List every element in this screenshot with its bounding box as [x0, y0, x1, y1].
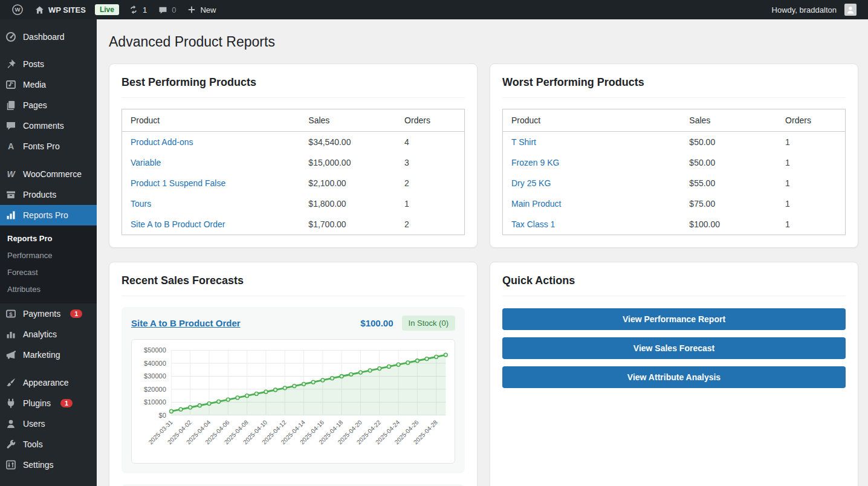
- product-cell: Tax Class 1: [503, 214, 681, 235]
- forecast-price: $100.00: [360, 318, 393, 328]
- sidebar-item-woocommerce[interactable]: W WooCommerce: [0, 164, 97, 184]
- sidebar-item-marketing[interactable]: Marketing: [0, 345, 97, 365]
- sidebar-item-users[interactable]: Users: [0, 413, 97, 434]
- products-box-icon: [5, 189, 17, 201]
- new-content-button[interactable]: New: [181, 0, 221, 19]
- sidebar-label: Comments: [23, 121, 64, 131]
- product-link[interactable]: Main Product: [511, 199, 561, 209]
- sidebar-label: Products: [23, 190, 56, 199]
- sidebar-item-analytics[interactable]: Analytics: [0, 324, 97, 345]
- product-link[interactable]: Frozen 9 KG: [511, 158, 559, 167]
- product-link[interactable]: T Shirt: [511, 137, 536, 147]
- comments-button[interactable]: 0: [152, 0, 181, 19]
- sidebar-item-reports-pro[interactable]: Reports Pro: [0, 205, 97, 225]
- sidebar-item-pages[interactable]: Pages: [0, 95, 97, 115]
- site-name-button[interactable]: WP SITES: [29, 0, 91, 19]
- view-sales-forecast-button[interactable]: View Sales Forecast: [502, 337, 846, 359]
- product-cell: T Shirt: [503, 132, 681, 153]
- sales-cell: $55.00: [681, 173, 777, 193]
- product-cell: Frozen 9 KG: [503, 152, 681, 173]
- sidebar-item-plugins[interactable]: Plugins 1: [0, 393, 97, 413]
- svg-text:$10000: $10000: [144, 398, 166, 406]
- table-row: Frozen 9 KG$50.001: [503, 152, 846, 173]
- sidebar-item-products[interactable]: Products: [0, 184, 97, 205]
- product-link[interactable]: Variable: [131, 158, 161, 167]
- sidebar-label: Media: [23, 80, 46, 89]
- bar-chart-icon: [5, 209, 17, 221]
- menu-separator: [0, 365, 97, 372]
- view-attribute-analysis-button[interactable]: View Attribute Analysis: [502, 366, 846, 388]
- new-label: New: [200, 5, 216, 15]
- update-count: 1: [143, 5, 147, 15]
- column-header: Sales: [681, 109, 777, 132]
- pages-icon: [5, 99, 17, 111]
- brush-icon: [5, 377, 17, 389]
- sidebar-label: Reports Pro: [23, 210, 68, 220]
- product-link[interactable]: Tax Class 1: [511, 219, 555, 229]
- card-title: Worst Performing Products: [502, 76, 846, 98]
- card-title: Recent Sales Forecasts: [121, 274, 465, 296]
- forecast-item: In Stock (0): [121, 484, 465, 486]
- sidebar-label: Users: [23, 419, 45, 429]
- submenu-label: Attributes: [7, 285, 40, 294]
- sidebar-label: Dashboard: [23, 32, 65, 42]
- live-status-badge[interactable]: Live: [95, 4, 119, 15]
- product-link[interactable]: Product Add-ons: [131, 137, 193, 147]
- product-cell: Tours: [122, 193, 300, 214]
- table-row: Product Add-ons$34,540.004: [122, 132, 465, 153]
- sidebar-item-appearance[interactable]: Appearance: [0, 372, 97, 393]
- sidebar-item-tools[interactable]: Tools: [0, 434, 97, 455]
- orders-cell: 4: [396, 132, 464, 153]
- sidebar-label: Appearance: [23, 378, 69, 387]
- orders-cell: 1: [777, 132, 845, 153]
- product-link[interactable]: Product 1 Suspend False: [131, 178, 225, 188]
- best-performing-table: Product Sales Orders Product Add-ons$34,…: [121, 109, 465, 235]
- orders-cell: 1: [777, 173, 845, 193]
- forecast-chart: $0$10000$20000$30000$40000$500002025-03-…: [135, 345, 451, 461]
- product-link[interactable]: Dry 25 KG: [511, 178, 551, 188]
- worst-performing-card: Worst Performing Products Product Sales …: [490, 63, 858, 248]
- product-cell: Dry 25 KG: [503, 173, 681, 193]
- view-performance-report-button[interactable]: View Performance Report: [502, 308, 846, 330]
- menu-separator: [0, 157, 97, 164]
- payments-icon: $: [5, 308, 17, 320]
- dashboard-icon: [5, 31, 17, 43]
- updates-button[interactable]: 1: [123, 0, 152, 19]
- sidebar-label: Pages: [23, 100, 47, 110]
- submenu-label: Performance: [7, 251, 52, 260]
- submenu-item-forecast[interactable]: Forecast: [0, 264, 97, 280]
- product-link[interactable]: Tours: [131, 199, 151, 209]
- sidebar-item-comments[interactable]: Comments: [0, 115, 97, 136]
- comment-count: 0: [172, 5, 176, 15]
- product-cell: Main Product: [503, 193, 681, 214]
- submenu-item-reports-pro[interactable]: Reports Pro: [0, 230, 97, 247]
- sidebar-item-payments[interactable]: $ Payments 1: [0, 303, 97, 324]
- quick-actions-card: Quick Actions View Performance Report Vi…: [490, 262, 858, 486]
- sidebar-item-settings[interactable]: Settings: [0, 455, 97, 475]
- sidebar-item-dashboard[interactable]: Dashboard: [0, 27, 97, 47]
- product-cell: Site A to B Product Order: [122, 214, 300, 235]
- sidebar-item-posts[interactable]: Posts: [0, 54, 97, 74]
- submenu-item-performance[interactable]: Performance: [0, 247, 97, 264]
- sales-cell: $1,700.00: [300, 214, 396, 235]
- sales-cell: $34,540.00: [300, 132, 396, 153]
- best-performing-card: Best Performing Products Product Sales O…: [109, 63, 478, 248]
- media-icon: [5, 79, 17, 91]
- user-avatar-icon: [846, 5, 855, 15]
- submenu-item-attributes[interactable]: Attributes: [0, 280, 97, 297]
- orders-cell: 1: [777, 152, 845, 173]
- sidebar-item-fonts-pro[interactable]: A Fonts Pro: [0, 136, 97, 157]
- wordpress-logo-button[interactable]: W: [6, 0, 29, 19]
- avatar: [844, 4, 857, 16]
- account-menu[interactable]: Howdy, braddalton: [766, 0, 862, 19]
- product-link[interactable]: Site A to B Product Order: [131, 219, 225, 229]
- plugin-icon: [5, 397, 17, 409]
- sidebar-item-media[interactable]: Media: [0, 74, 97, 95]
- analytics-icon: [5, 328, 17, 340]
- worst-performing-table: Product Sales Orders T Shirt$50.001Froze…: [502, 109, 846, 235]
- product-cell: Product 1 Suspend False: [122, 173, 300, 193]
- sidebar-label: Settings: [23, 460, 54, 470]
- column-header: Orders: [777, 109, 845, 132]
- card-title: Quick Actions: [502, 274, 846, 296]
- forecast-product-link[interactable]: Site A to B Product Order: [131, 318, 241, 328]
